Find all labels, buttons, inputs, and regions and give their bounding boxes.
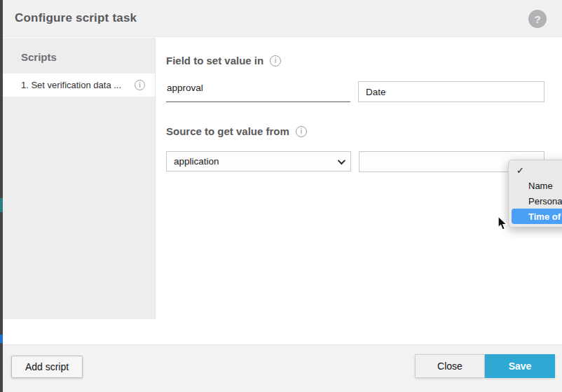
field-row <box>166 81 544 102</box>
attribute-dropdown-menu: ✓ Name Personal identity number Time of … <box>508 160 562 227</box>
field-section-heading: Field to set value in i <box>166 55 544 66</box>
chevron-down-icon <box>338 156 345 164</box>
info-icon[interactable]: i <box>270 55 281 66</box>
script-config-panel: Field to set value in i Source to get va… <box>156 38 562 344</box>
help-button[interactable]: ? <box>528 10 547 28</box>
menu-item-label: Personal identity number <box>528 196 562 206</box>
dialog-footer: Add script Close Save <box>3 344 562 392</box>
check-icon: ✓ <box>516 165 528 176</box>
source-row: application <box>166 151 544 172</box>
save-button[interactable]: Save <box>485 354 555 378</box>
page-title: Configure script task <box>15 11 137 25</box>
source-select-value: application <box>174 156 334 167</box>
scripts-sidebar: Scripts 1. Set verification data ... i <box>3 38 156 319</box>
field-type-input[interactable] <box>358 81 544 102</box>
menu-item-label: Time of authentication <box>528 211 562 222</box>
source-select[interactable]: application <box>166 151 351 172</box>
script-item-label: 1. Set verification data ... <box>21 80 135 90</box>
source-section-heading: Source to get value from i <box>166 125 544 137</box>
menu-item-label: Name <box>528 181 553 191</box>
dialog-header: Configure script task ? <box>3 0 562 37</box>
menu-item-empty[interactable]: ✓ <box>512 162 562 178</box>
sidebar-heading: Scripts <box>3 38 155 63</box>
configure-script-task-dialog: Configure script task ? Scripts 1. Set v… <box>3 0 562 392</box>
info-icon[interactable]: i <box>135 80 145 90</box>
sidebar-item-script-1[interactable]: 1. Set verification data ... i <box>3 74 155 97</box>
field-section-heading-label: Field to set value in <box>166 55 263 66</box>
field-name-input[interactable] <box>166 83 350 102</box>
menu-item-personal-identity-number[interactable]: Personal identity number <box>512 193 562 209</box>
add-script-button[interactable]: Add script <box>11 356 83 378</box>
info-icon[interactable]: i <box>296 126 307 137</box>
source-section-heading-label: Source to get value from <box>166 125 289 137</box>
menu-item-name[interactable]: Name <box>512 178 562 193</box>
menu-item-time-of-authentication[interactable]: Time of authentication <box>512 209 562 224</box>
question-mark-icon: ? <box>534 13 540 25</box>
close-button[interactable]: Close <box>415 354 485 378</box>
